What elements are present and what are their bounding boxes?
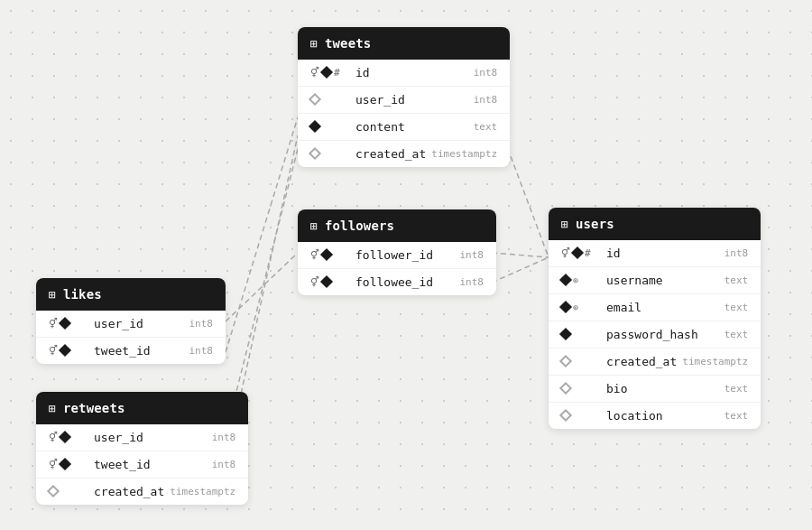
field-type: timestamptz	[682, 356, 748, 367]
diamond-filled-icon	[60, 344, 69, 358]
field-type: int8	[460, 249, 484, 261]
table-icon: ⊞	[310, 37, 318, 51]
field-name: bio	[606, 382, 719, 395]
field-name: follower_id	[355, 248, 455, 262]
table-tweets: ⊞ tweets ⚥ # id int8 user_id int8 conten…	[298, 27, 510, 167]
diamond-outline-icon	[561, 355, 570, 368]
field-name: user_id	[94, 317, 184, 330]
table-row: ⚥ follower_id int8	[298, 242, 496, 269]
field-type: int8	[724, 247, 749, 259]
field-name: email	[606, 301, 719, 314]
table-likes-header: ⊞ likes	[36, 278, 226, 311]
table-row: user_id int8	[298, 87, 510, 114]
table-row: location text	[549, 403, 761, 429]
field-name: user_id	[355, 93, 468, 107]
table-row: created_at timestamptz	[549, 349, 761, 376]
table-row: ⚥ followee_id int8	[298, 269, 496, 295]
field-name: created_at	[94, 485, 164, 498]
diamond-filled-icon	[60, 458, 69, 471]
unique-icon: ⊛	[573, 275, 578, 285]
field-type: int8	[189, 345, 214, 357]
table-followers-title: followers	[325, 219, 394, 233]
hash-icon: #	[585, 247, 591, 259]
row-icons	[310, 120, 350, 134]
table-row: ⚥ user_id int8	[36, 311, 226, 338]
row-icons: ⊛	[561, 274, 601, 287]
diagram-canvas: ⊞ tweets ⚥ # id int8 user_id int8 conten…	[0, 0, 812, 530]
table-row: bio text	[549, 376, 761, 403]
row-icons: ⚥	[310, 275, 350, 289]
field-type: int8	[212, 432, 236, 443]
table-row: ⚥ # id int8	[298, 60, 510, 87]
table-row: created_at timestamptz	[36, 479, 248, 505]
field-name: created_at	[355, 147, 426, 161]
svg-line-2	[492, 257, 549, 283]
svg-line-1	[492, 253, 549, 257]
field-type: text	[724, 410, 749, 422]
field-type: int8	[212, 459, 236, 470]
table-icon: ⊞	[561, 218, 568, 231]
field-type: text	[724, 274, 749, 286]
table-users: ⊞ users ⚥ # id int8 ⊛ username text ⊛	[549, 208, 761, 429]
svg-line-4	[226, 117, 298, 352]
diamond-filled-icon	[60, 431, 69, 444]
row-icons: ⚥	[49, 344, 88, 358]
hash-icon: #	[334, 67, 340, 79]
diamond-filled-icon	[573, 246, 582, 260]
table-followers: ⊞ followers ⚥ follower_id int8 ⚥ followe…	[298, 209, 496, 295]
field-name: id	[355, 66, 468, 79]
diamond-filled-icon	[561, 301, 570, 314]
diamond-filled-icon	[322, 275, 331, 289]
diamond-filled-icon	[310, 120, 319, 134]
field-type: int8	[474, 94, 498, 106]
table-row: created_at timestamptz	[298, 141, 510, 167]
table-icon: ⊞	[49, 402, 56, 415]
field-name: created_at	[606, 355, 677, 368]
table-row: ⚥ # id int8	[549, 240, 761, 267]
fk-icon: ⚥	[310, 249, 319, 261]
field-type: timestamptz	[170, 486, 235, 497]
table-likes: ⊞ likes ⚥ user_id int8 ⚥ tweet_id int8	[36, 278, 226, 364]
diamond-outline-icon	[561, 382, 570, 395]
svg-line-3	[226, 253, 298, 321]
diamond-filled-icon	[322, 248, 331, 262]
table-row: ⚥ tweet_id int8	[36, 338, 226, 364]
row-icons	[561, 409, 601, 423]
row-icons: ⚥	[49, 317, 88, 330]
field-type: timestamptz	[431, 148, 497, 160]
field-name: tweet_id	[94, 344, 184, 358]
fk-icon: ⚥	[49, 318, 58, 330]
diamond-filled-icon	[561, 328, 570, 341]
field-type: text	[724, 329, 749, 340]
field-name: followee_id	[355, 275, 455, 289]
table-users-title: users	[576, 217, 614, 231]
table-row: ⚥ tweet_id int8	[36, 451, 248, 479]
row-icons	[561, 355, 601, 368]
field-name: user_id	[94, 431, 207, 444]
table-row: ⊛ username text	[549, 267, 761, 294]
diamond-filled-icon	[561, 274, 570, 287]
field-type: int8	[474, 67, 498, 79]
fk-icon: ⚥	[310, 67, 319, 79]
unique-icon: ⊛	[573, 302, 578, 312]
table-retweets: ⊞ retweets ⚥ user_id int8 ⚥ tweet_id int…	[36, 392, 248, 505]
fk-icon: ⚥	[310, 276, 319, 288]
table-row: password_hash text	[549, 321, 761, 349]
diamond-filled-icon	[60, 317, 69, 330]
diamond-outline-icon	[310, 93, 319, 107]
table-row: content text	[298, 114, 510, 141]
field-type: text	[724, 302, 749, 313]
table-icon: ⊞	[49, 288, 56, 302]
table-icon: ⊞	[310, 219, 318, 233]
row-icons: ⚥	[49, 458, 88, 471]
table-likes-title: likes	[63, 287, 102, 302]
field-type: int8	[460, 276, 484, 288]
table-retweets-header: ⊞ retweets	[36, 392, 248, 424]
field-name: password_hash	[606, 328, 719, 341]
fk-icon: ⚥	[49, 459, 58, 470]
table-users-header: ⊞ users	[549, 208, 761, 240]
field-name: location	[606, 409, 719, 423]
row-icons	[310, 147, 350, 161]
diamond-outline-icon	[310, 147, 319, 161]
table-retweets-title: retweets	[63, 401, 125, 415]
